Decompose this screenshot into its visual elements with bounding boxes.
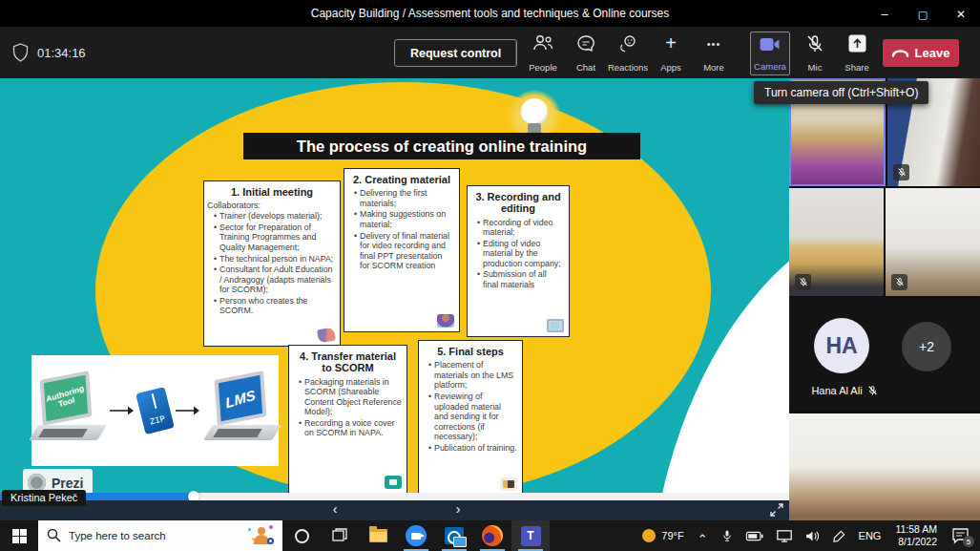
date-text: 8/1/2022 bbox=[895, 536, 937, 548]
weather-widget[interactable]: 79°F bbox=[636, 520, 690, 551]
box1-bullets: Trainer (develops material);Sector for P… bbox=[209, 211, 335, 315]
box3-title: 3. Recording and editing bbox=[472, 191, 564, 215]
participant-video[interactable] bbox=[886, 188, 980, 296]
arrow-right-icon bbox=[110, 405, 135, 416]
box5-bullets: Placement of materials on the LMS platfo… bbox=[424, 360, 517, 453]
process-box-1: 1. Initial meeting Collaborators: Traine… bbox=[203, 180, 341, 347]
hangup-icon bbox=[892, 50, 908, 57]
participants-sidebar: HA +2 Hana Al Ali bbox=[789, 78, 980, 520]
process-box-5: 5. Final steps Placement of materials on… bbox=[418, 340, 523, 496]
bullet-item: Making suggestions on material; bbox=[349, 209, 454, 229]
pen-button[interactable] bbox=[826, 520, 852, 551]
video-row-2 bbox=[789, 188, 980, 296]
bullet-item: The technical person in NAPA; bbox=[209, 254, 335, 265]
search-input[interactable] bbox=[69, 530, 221, 541]
language-code: ENG bbox=[859, 530, 882, 541]
firefox-button[interactable] bbox=[473, 520, 511, 551]
share-label: Share bbox=[844, 62, 868, 73]
meeting-timer-group: 01:34:16 bbox=[12, 43, 86, 62]
mic-muted-overlay bbox=[893, 164, 909, 180]
tray-mic-button[interactable] bbox=[715, 520, 740, 551]
firefox-icon bbox=[482, 525, 503, 546]
chevron-right-icon bbox=[456, 501, 461, 517]
zoom-app-button[interactable] bbox=[397, 520, 435, 551]
seek-handle[interactable] bbox=[188, 491, 199, 500]
volume-button[interactable] bbox=[799, 520, 826, 551]
microphone-icon bbox=[721, 529, 733, 543]
authoring-tool-laptop: Authoring Tool bbox=[31, 370, 104, 452]
cortana-button[interactable] bbox=[282, 520, 321, 551]
participant-name: Hana Al Ali bbox=[811, 385, 862, 396]
display-button[interactable] bbox=[770, 520, 799, 551]
start-button[interactable] bbox=[0, 520, 38, 551]
time-text: 11:58 AM bbox=[895, 523, 937, 536]
apps-button[interactable]: Apps bbox=[650, 34, 692, 73]
teams-taskbar-button[interactable]: T bbox=[511, 520, 550, 551]
box1-title: 1. Initial meeting bbox=[209, 186, 335, 198]
reactions-label: Reactions bbox=[608, 62, 648, 73]
search-icon bbox=[47, 528, 61, 542]
windows-taskbar: T 79°F ENG 11:58 AM bbox=[0, 520, 980, 551]
minimize-button[interactable] bbox=[865, 0, 904, 27]
participant-video[interactable] bbox=[789, 188, 884, 296]
overflow-participants-badge[interactable]: +2 bbox=[902, 322, 951, 371]
people-icon bbox=[532, 34, 553, 52]
previous-slide-button[interactable] bbox=[321, 500, 349, 520]
reactions-button[interactable]: Reactions bbox=[607, 34, 649, 73]
search-highlights-icon bbox=[248, 525, 275, 546]
bullet-item: Submission of all final materials bbox=[472, 269, 564, 289]
window-title: Capacity Building / Assessment tools and… bbox=[0, 7, 980, 20]
next-slide-button[interactable] bbox=[444, 500, 472, 520]
show-hidden-icons-button[interactable] bbox=[691, 520, 715, 551]
people-button[interactable]: People bbox=[522, 34, 564, 73]
maximize-button[interactable] bbox=[904, 0, 942, 27]
pen-icon bbox=[833, 530, 845, 542]
action-center-button[interactable]: 5 bbox=[945, 520, 980, 551]
mic-muted-icon bbox=[799, 277, 808, 287]
leave-button[interactable]: Leave bbox=[883, 39, 959, 67]
notification-count-badge: 5 bbox=[963, 536, 974, 547]
presentation-seek-bar[interactable] bbox=[0, 493, 789, 500]
taskbar-search[interactable] bbox=[38, 520, 282, 551]
chat-button[interactable]: Chat bbox=[565, 34, 607, 73]
task-view-icon bbox=[332, 528, 347, 543]
arrow-right-icon bbox=[176, 405, 200, 416]
bullet-item: Editing of video material by the product… bbox=[472, 239, 564, 269]
more-button[interactable]: More bbox=[693, 34, 735, 73]
clock[interactable]: 11:58 AM 8/1/2022 bbox=[887, 523, 945, 548]
file-explorer-icon bbox=[369, 529, 387, 542]
task-view-button[interactable] bbox=[321, 520, 359, 551]
mic-muted-icon bbox=[895, 277, 905, 287]
teams-icon: T bbox=[521, 526, 541, 546]
presentation-controls-bar bbox=[0, 500, 789, 520]
participant-video[interactable] bbox=[789, 413, 980, 520]
language-indicator[interactable]: ENG bbox=[852, 520, 888, 551]
presenter-name-label: Kristina Pekeč bbox=[2, 490, 86, 506]
battery-button[interactable] bbox=[740, 520, 770, 551]
window-titlebar: Capacity Building / Assessment tools and… bbox=[0, 0, 980, 27]
minimize-icon bbox=[881, 7, 887, 21]
participant-avatar[interactable]: HA bbox=[814, 318, 869, 373]
monitor-icon bbox=[777, 530, 792, 542]
windows-logo-icon bbox=[12, 529, 27, 543]
expand-button[interactable] bbox=[770, 503, 783, 517]
outlook-button[interactable] bbox=[435, 520, 473, 551]
bullet-item: Placement of materials on the LMS platfo… bbox=[424, 360, 517, 391]
camera-toggle-button[interactable]: Camera bbox=[750, 32, 790, 75]
bullet-item: Delivering the first materials; bbox=[349, 188, 454, 208]
file-explorer-button[interactable] bbox=[359, 520, 397, 551]
camera-tooltip: Turn camera off (Ctrl+Shift+O) bbox=[754, 81, 928, 104]
speaker-icon bbox=[805, 530, 820, 542]
mic-toggle-button[interactable]: Mic bbox=[794, 34, 836, 73]
close-button[interactable] bbox=[942, 0, 980, 27]
request-control-button[interactable]: Request control bbox=[394, 39, 517, 67]
system-tray: 79°F ENG 11:58 AM 8/1/2022 bbox=[636, 520, 980, 551]
chat-icon bbox=[576, 34, 595, 53]
close-icon bbox=[956, 7, 966, 21]
more-label: More bbox=[703, 62, 724, 73]
share-button[interactable]: Share bbox=[836, 34, 878, 73]
box3-bullets: Recording of video material;Editing of v… bbox=[472, 218, 564, 290]
lms-laptop: LMS bbox=[206, 370, 279, 452]
more-dots-icon bbox=[707, 34, 721, 53]
avatar-initials: HA bbox=[825, 333, 857, 359]
